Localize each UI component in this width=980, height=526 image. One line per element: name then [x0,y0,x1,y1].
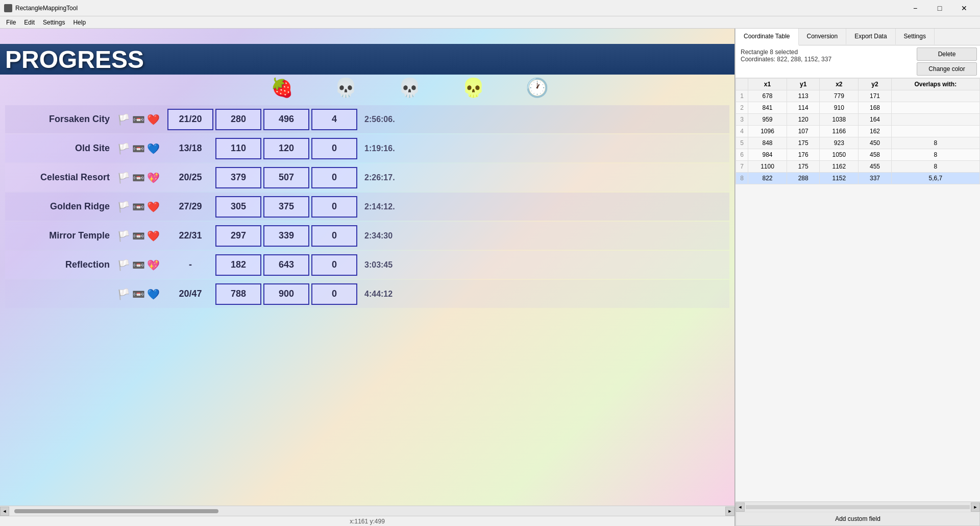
cell-x1-3: 959 [748,114,787,126]
row-time-golden: 2:14:12. [364,202,395,211]
tab-coordinate-table[interactable]: Coordinate Table [736,29,799,45]
cell-y2-7: 455 [859,161,891,173]
row-time-forsaken: 2:56:06. [364,115,395,124]
cell-y1-2: 114 [787,102,819,114]
row-name-mirror: Mirror Temple [5,230,117,241]
info-section: Rectangle 8 selected Coordinates: 822, 2… [736,45,914,78]
minimize-button[interactable]: − [903,0,927,16]
icon-row: 🍓 💀 💀 💀 🕐 [255,77,734,99]
cell-overlaps-3 [891,114,979,126]
row-num-5: 5 [736,137,748,149]
cell-y1-5: 175 [787,137,819,149]
table-scroll-right[interactable]: ► [971,503,980,512]
cell-x1-4: 1096 [748,126,787,137]
cell-mirror-4: 0 [311,225,357,247]
cell-y1-4: 107 [787,126,819,137]
col-x2: x2 [820,79,859,90]
change-color-button[interactable]: Change color [917,62,977,76]
table-row[interactable]: 5 848 175 923 450 8 [736,137,980,149]
cell-x1-6: 984 [748,149,787,161]
h-scrollbar[interactable]: ◄ ► [0,506,734,516]
cell-reflection-3: 643 [263,254,309,276]
cell-golden-2: 305 [215,196,261,218]
menu-edit[interactable]: Edit [20,18,39,27]
game-area: PROGRESS 🍓 💀 💀 💀 🕐 Forsaken [0,29,734,516]
cell-y1-8: 288 [787,173,819,184]
cell-y1-7: 175 [787,161,819,173]
col-y1: y1 [787,79,819,90]
cell-oldsite-4: 0 [311,138,357,159]
game-table: Forsaken City 🏳️ 📼 ❤️ 21/20 280 496 4 2:… [0,105,734,309]
cell-celestial-2: 379 [215,167,261,188]
cell-y1-6: 176 [787,149,819,161]
game-row-mirror: Mirror Temple 🏳️ 📼 ❤️ 22/31 297 339 0 2:… [5,222,729,250]
tab-settings[interactable]: Settings [896,29,935,45]
row-icons-reflection: 🏳️ 📼 💖 [117,259,160,271]
cell-golden-3: 375 [263,196,309,218]
delete-button[interactable]: Delete [917,47,977,61]
cell-last-2: 788 [215,283,261,305]
cell-x1-8: 822 [748,173,787,184]
add-custom-field-button[interactable]: Add custom field [736,512,980,526]
scroll-left-arrow[interactable]: ◄ [0,507,9,516]
scroll-right-arrow[interactable]: ► [725,507,734,516]
cell-forsaken-2: 280 [215,109,261,130]
col-num [736,79,748,90]
maximize-button[interactable]: □ [928,0,951,16]
table-row[interactable]: 1 678 113 779 171 [736,90,980,102]
row-icons-oldsite: 🏳️ 📼 💙 [117,142,160,155]
cell-reflection-1: - [167,254,213,276]
row-time-oldsite: 1:19:16. [364,144,395,153]
cell-y1-1: 113 [787,90,819,102]
menu-settings[interactable]: Settings [39,18,69,27]
col-x1: x1 [748,79,787,90]
table-row[interactable]: 6 984 176 1050 458 8 [736,149,980,161]
cell-y1-3: 120 [787,114,819,126]
title-bar-left: RectangleMappingTool [4,4,78,12]
table-row[interactable]: 2 841 114 910 168 [736,102,980,114]
close-button[interactable]: ✕ [952,0,976,16]
strawberry-icon: 🍓 [271,77,293,99]
pink-skull-icon: 💀 [398,77,421,99]
cell-y2-6: 458 [859,149,891,161]
table-row[interactable]: 4 1096 107 1166 162 [736,126,980,137]
celeste-background: PROGRESS 🍓 💀 💀 💀 🕐 Forsaken [0,29,734,516]
scroll-thumb[interactable] [14,509,218,513]
status-bar: x:1161 y:499 [0,516,734,526]
row-name-oldsite: Old Site [5,143,117,154]
cell-overlaps-2 [891,102,979,114]
game-row-forsaken: Forsaken City 🏳️ 📼 ❤️ 21/20 280 496 4 2:… [5,105,729,133]
row-time-celestial: 2:26:17. [364,173,395,182]
row-icons-golden: 🏳️ 📼 ❤️ [117,201,160,213]
cell-overlaps-8: 5,6,7 [891,173,979,184]
game-row-celestial: Celestial Resort 🏳️ 📼 💖 20/25 379 507 0 … [5,163,729,192]
row-num-1: 1 [736,90,748,102]
table-row[interactable]: 7 1100 175 1162 455 8 [736,161,980,173]
table-row[interactable]: 3 959 120 1038 164 [736,114,980,126]
selected-text: Rectangle 8 selected [741,49,909,56]
coordinate-table-container[interactable]: x1 y1 x2 y2 Overlaps with: 1 678 113 779… [736,78,980,501]
cell-y2-1: 171 [859,90,891,102]
tab-bar: Coordinate Table Conversion Export Data … [736,29,980,45]
menu-bar: File Edit Settings Help [0,16,980,29]
cell-last-1: 20/47 [167,283,213,305]
table-h-scroll[interactable]: ◄ ► [736,501,980,512]
coordinates-text: Coordinates: 822, 288, 1152, 337 [741,56,909,63]
row-num-6: 6 [736,149,748,161]
row-icons-forsaken: 🏳️ 📼 ❤️ [117,113,160,126]
cell-x2-8: 1152 [820,173,859,184]
game-row-oldsite: Old Site 🏳️ 📼 💙 13/18 110 120 0 1:19:16. [5,134,729,162]
cell-mirror-3: 339 [263,225,309,247]
status-coordinates: x:1161 y:499 [350,518,385,525]
tab-export-data[interactable]: Export Data [846,29,895,45]
table-scroll-left[interactable]: ◄ [736,503,745,512]
menu-help[interactable]: Help [69,18,90,27]
golden-skull-icon: 💀 [462,77,485,99]
table-header-row: x1 y1 x2 y2 Overlaps with: [736,79,980,90]
cell-overlaps-1 [891,90,979,102]
cell-forsaken-3: 496 [263,109,309,130]
cell-oldsite-1: 13/18 [167,138,213,159]
tab-conversion[interactable]: Conversion [799,29,847,45]
menu-file[interactable]: File [2,18,20,27]
table-row[interactable]: 8 822 288 1152 337 5,6,7 [736,173,980,184]
